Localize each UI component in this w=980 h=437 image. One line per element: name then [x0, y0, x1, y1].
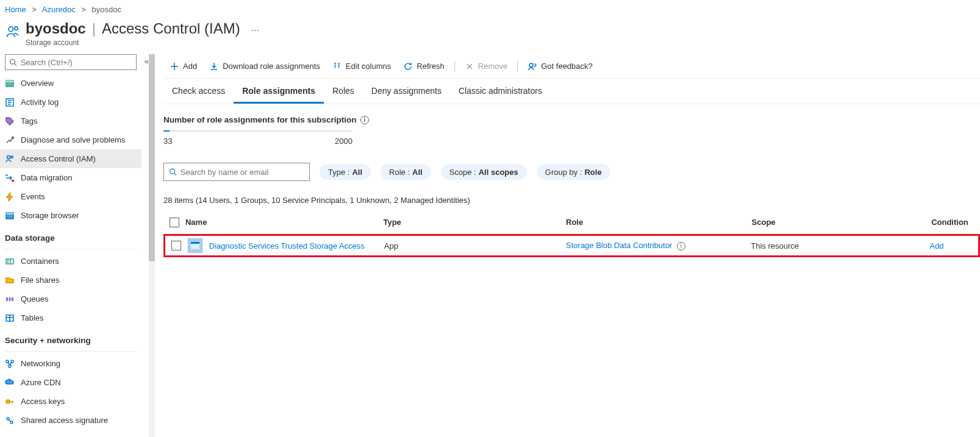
- sidebar-item-label: Storage browser: [21, 211, 79, 220]
- sidebar-item-label: Networking: [21, 359, 60, 368]
- filter-type[interactable]: Type : All: [320, 164, 371, 180]
- filter-row: Type : All Role : All Scope : All scopes…: [163, 163, 980, 181]
- sidebar-item-file-shares[interactable]: File shares: [0, 271, 141, 290]
- svg-point-23: [10, 421, 13, 424]
- sidebar-item-storage-browser[interactable]: Storage browser: [0, 206, 141, 225]
- search-icon: [169, 168, 177, 176]
- remove-button: Remove: [459, 57, 513, 76]
- sidebar-item-tables[interactable]: Tables: [0, 308, 141, 327]
- svg-point-8: [11, 155, 13, 158]
- assignment-current: 33: [163, 137, 172, 146]
- sidebar-item-label: Events: [21, 192, 45, 201]
- sidebar-item-networking[interactable]: Networking: [0, 354, 141, 373]
- sidebar-item-containers[interactable]: Containers: [0, 252, 141, 271]
- svg-point-20: [9, 365, 11, 368]
- sidebar-item-label: Access Control (IAM): [21, 154, 96, 163]
- table-header: Name Type Role Scope Condition: [163, 211, 980, 234]
- sidebar-item-label: Data migration: [21, 173, 73, 182]
- col-scope[interactable]: Scope: [752, 218, 932, 227]
- edit-columns-button[interactable]: Edit columns: [326, 57, 397, 76]
- activity-log-icon: [5, 98, 15, 107]
- row-role-link[interactable]: Storage Blob Data Contributor: [566, 241, 672, 250]
- search-box[interactable]: [163, 163, 310, 181]
- sidebar-item-events[interactable]: Events: [0, 187, 141, 206]
- sidebar-item-label: Diagnose and solve problems: [21, 135, 125, 144]
- breadcrumb-home[interactable]: Home: [5, 5, 26, 14]
- more-button[interactable]: ···: [251, 25, 259, 36]
- col-type[interactable]: Type: [383, 218, 566, 227]
- sidebar-item-tags[interactable]: Tags: [0, 112, 141, 130]
- row-name-link[interactable]: Diagnostic Services Trusted Storage Acce…: [209, 241, 365, 250]
- sidebar-item-label: Tags: [21, 116, 37, 126]
- diagnose-icon: [5, 135, 15, 145]
- sidebar-search[interactable]: [5, 54, 137, 70]
- row-checkbox[interactable]: [171, 241, 181, 250]
- row-condition-add[interactable]: Add: [929, 241, 943, 250]
- tab-classic-administrators[interactable]: Classic administrators: [450, 81, 551, 104]
- info-icon[interactable]: i: [677, 242, 685, 250]
- breadcrumb-current: byosdoc: [92, 5, 121, 14]
- sidebar-item-overview[interactable]: Overview: [0, 74, 141, 93]
- table-row[interactable]: Diagnostic Services Trusted Storage Acce…: [163, 234, 980, 257]
- breadcrumb: Home > Azuredoc > byosdoc: [0, 0, 980, 16]
- sidebar-item-label: Tables: [21, 313, 44, 322]
- sidebar-item-azure-cdn[interactable]: Azure CDN: [0, 373, 141, 392]
- select-all-checkbox[interactable]: [170, 218, 179, 227]
- refresh-button[interactable]: Refresh: [397, 57, 451, 76]
- svg-rect-4: [6, 80, 13, 82]
- filter-group-by[interactable]: Group by : Role: [537, 164, 610, 180]
- sidebar-item-label: Overview: [21, 79, 54, 88]
- networking-icon: [5, 359, 15, 369]
- sidebar-item-access-keys[interactable]: Access keys: [0, 392, 141, 411]
- svg-point-2: [10, 59, 15, 64]
- columns-icon: [332, 62, 342, 71]
- filter-role[interactable]: Role : All: [381, 164, 431, 180]
- sidebar-item-diagnose[interactable]: Diagnose and solve problems: [0, 130, 141, 149]
- row-type: App: [384, 241, 566, 250]
- sidebar-search-input[interactable]: [21, 58, 132, 67]
- tab-check-access[interactable]: Check access: [163, 81, 234, 104]
- sidebar-item-sas[interactable]: Shared access signature: [0, 411, 141, 430]
- collapse-sidebar-icon[interactable]: «: [145, 57, 149, 66]
- filter-scope[interactable]: Scope : All scopes: [441, 164, 527, 180]
- sas-icon: [5, 416, 15, 425]
- tab-roles[interactable]: Roles: [324, 81, 363, 104]
- refresh-icon: [403, 62, 413, 71]
- sidebar-item-label: Shared access signature: [21, 416, 108, 425]
- svg-rect-15: [9, 297, 11, 301]
- breadcrumb-parent[interactable]: Azuredoc: [42, 5, 76, 14]
- info-icon[interactable]: i: [360, 116, 369, 124]
- col-condition[interactable]: Condition: [931, 218, 980, 227]
- sidebar-item-data-migration[interactable]: Data migration: [0, 168, 141, 187]
- cdn-icon: [5, 378, 15, 388]
- storage-icon: [5, 79, 15, 88]
- tab-role-assignments[interactable]: Role assignments: [234, 81, 324, 104]
- search-input[interactable]: [181, 168, 304, 177]
- download-icon: [209, 62, 219, 71]
- sidebar-item-queues[interactable]: Queues: [0, 290, 141, 308]
- sidebar-item-label: Containers: [21, 257, 59, 266]
- tabs: Check access Role assignments Roles Deny…: [163, 79, 980, 104]
- sidebar-item-access-control[interactable]: Access Control (IAM): [0, 149, 141, 168]
- add-button[interactable]: Add: [163, 57, 203, 76]
- tab-deny-assignments[interactable]: Deny assignments: [363, 81, 450, 104]
- sidebar-item-activity-log[interactable]: Activity log: [0, 93, 141, 112]
- svg-point-22: [7, 417, 9, 420]
- sidebar-scrollbar[interactable]: [149, 54, 155, 437]
- download-button[interactable]: Download role assignments: [203, 57, 326, 76]
- col-name[interactable]: Name: [185, 218, 384, 227]
- svg-rect-16: [12, 297, 13, 301]
- page-subtitle: Access Control (IAM): [102, 20, 240, 37]
- feedback-icon: [528, 62, 537, 71]
- row-scope: This resource: [751, 241, 929, 250]
- svg-rect-10: [12, 180, 14, 182]
- sidebar-item-label: File shares: [21, 275, 60, 285]
- events-icon: [5, 192, 15, 202]
- search-icon: [9, 58, 17, 66]
- col-role[interactable]: Role: [566, 218, 752, 227]
- svg-point-24: [529, 63, 533, 67]
- assignment-count-heading: Number of role assignments for this subs…: [163, 115, 980, 124]
- page-title: byosdoc: [26, 20, 86, 37]
- queues-icon: [5, 294, 15, 304]
- feedback-button[interactable]: Got feedback?: [521, 57, 599, 76]
